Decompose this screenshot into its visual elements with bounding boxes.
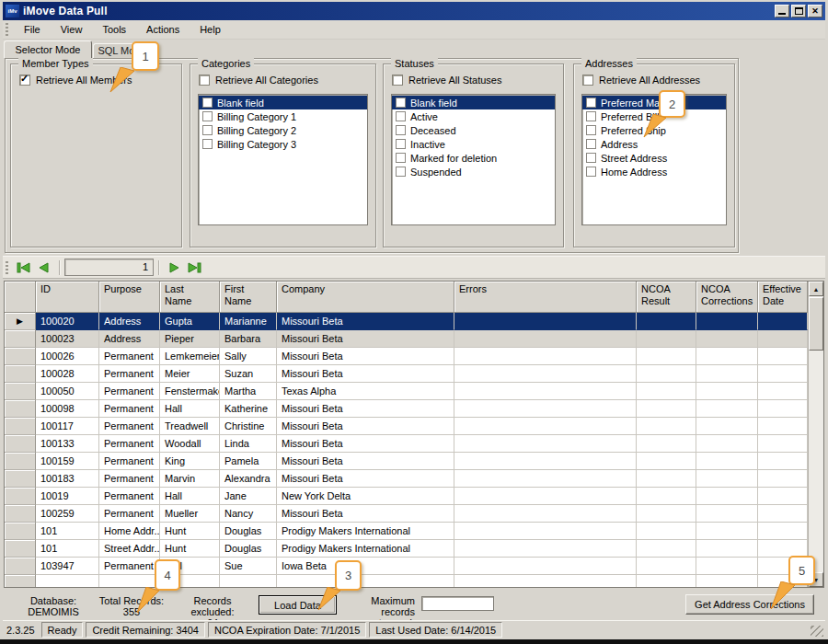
table-cell[interactable]: Pieper (160, 330, 220, 348)
retrieve-all-statuses-checkbox[interactable]: Retrieve All Statuses (392, 75, 502, 86)
table-cell[interactable]: Permanent (99, 558, 160, 575)
column-header[interactable]: Purpose (99, 282, 160, 313)
table-cell[interactable] (696, 575, 758, 588)
table-cell[interactable] (637, 575, 696, 588)
table-row[interactable]: 100028PermanentMeierSuzanMissouri Beta (5, 365, 823, 383)
table-cell[interactable]: Martha (220, 383, 277, 400)
table-cell[interactable]: 100183 (36, 470, 99, 488)
table-cell[interactable]: Permanent (99, 488, 160, 505)
list-item[interactable]: Billing Category 1 (199, 109, 367, 123)
table-row[interactable] (5, 575, 823, 588)
table-cell[interactable] (758, 400, 808, 418)
table-cell[interactable]: Street Addr... (99, 540, 160, 558)
table-cell[interactable] (637, 348, 696, 365)
scrollbar-thumb[interactable] (809, 297, 823, 351)
row-selector[interactable] (5, 488, 36, 505)
table-row[interactable]: ▶100020AddressGuptaMarianneMissouri Beta (5, 313, 823, 330)
table-cell[interactable]: Barbara (220, 330, 277, 348)
table-cell[interactable]: Missouri Beta (277, 365, 454, 383)
table-cell[interactable]: Pamela (220, 453, 277, 470)
table-cell[interactable] (758, 523, 808, 540)
table-cell[interactable] (758, 313, 808, 330)
column-header[interactable]: First Name (220, 282, 277, 313)
table-cell[interactable] (454, 575, 637, 588)
table-row[interactable]: 100023AddressPieperBarbaraMissouri Beta (5, 330, 823, 348)
table-cell[interactable] (696, 313, 758, 330)
table-cell[interactable] (758, 383, 808, 400)
row-selector[interactable] (5, 435, 36, 453)
column-header[interactable]: Errors (454, 282, 637, 313)
table-cell[interactable] (277, 575, 454, 588)
table-cell[interactable] (454, 330, 637, 348)
table-cell[interactable] (696, 435, 758, 453)
table-row[interactable]: 101Street Addr...HuntDouglasProdigy Make… (5, 540, 823, 558)
table-cell[interactable]: Missouri Beta (277, 330, 454, 348)
table-cell[interactable]: Permanent (99, 400, 160, 418)
table-cell[interactable]: 100023 (36, 330, 99, 348)
table-cell[interactable]: Permanent (99, 453, 160, 470)
tab-selector-mode[interactable]: Selector Mode (4, 40, 92, 58)
row-selector[interactable] (5, 383, 36, 400)
minimize-button[interactable] (775, 5, 789, 17)
table-cell[interactable] (696, 453, 758, 470)
row-selector[interactable] (5, 558, 36, 575)
row-selector[interactable]: ▶ (5, 313, 36, 330)
list-item[interactable]: Blank field (392, 96, 555, 109)
table-cell[interactable] (758, 470, 808, 488)
row-selector[interactable] (5, 575, 36, 588)
table-cell[interactable]: Alexandra (220, 470, 277, 488)
retrieve-all-addresses-checkbox[interactable]: Retrieve All Addresses (582, 75, 700, 86)
table-cell[interactable]: Missouri Beta (277, 470, 454, 488)
table-cell[interactable]: Permanent (99, 470, 160, 488)
row-selector[interactable] (5, 505, 36, 523)
column-header[interactable]: NCOA Result (637, 282, 696, 313)
table-cell[interactable]: Marianne (220, 313, 277, 330)
vertical-scrollbar[interactable]: ▲ ▼ (808, 282, 823, 587)
table-cell[interactable] (696, 365, 758, 383)
table-cell[interactable] (454, 540, 637, 558)
table-cell[interactable] (637, 453, 696, 470)
table-cell[interactable] (696, 558, 758, 575)
table-cell[interactable] (637, 435, 696, 453)
list-item[interactable]: Street Address (582, 151, 726, 165)
table-cell[interactable]: 100259 (36, 505, 99, 523)
table-row[interactable]: 100159PermanentKingPamelaMissouri Beta (5, 453, 823, 470)
table-cell[interactable] (637, 488, 696, 505)
table-cell[interactable]: Address (99, 313, 160, 330)
table-cell[interactable]: Sue (220, 558, 277, 575)
column-header[interactable]: Effective Date (758, 282, 808, 313)
column-header[interactable]: Company (277, 282, 454, 313)
list-item[interactable]: Inactive (392, 137, 555, 151)
table-cell[interactable]: Jane (220, 488, 277, 505)
table-cell[interactable]: Missouri Beta (277, 435, 454, 453)
table-cell[interactable] (454, 505, 637, 523)
previous-record-button[interactable] (34, 258, 54, 277)
table-cell[interactable] (696, 418, 758, 435)
table-cell[interactable]: Treadwell (160, 418, 220, 435)
table-cell[interactable]: 100098 (36, 400, 99, 418)
table-cell[interactable]: Missouri Beta (277, 313, 454, 330)
table-cell[interactable]: New York Delta (277, 488, 454, 505)
list-item[interactable]: Marked for deletion (392, 151, 555, 165)
table-cell[interactable]: Missouri Beta (277, 453, 454, 470)
table-cell[interactable]: Sally (220, 348, 277, 365)
list-item[interactable]: Active (392, 109, 555, 123)
table-row[interactable]: 10019PermanentHallJaneNew York Delta (5, 488, 823, 505)
menu-tools[interactable]: Tools (92, 21, 136, 38)
table-cell[interactable]: 101 (36, 523, 99, 540)
row-selector[interactable] (5, 330, 36, 348)
table-cell[interactable]: Permanent (99, 435, 160, 453)
table-cell[interactable]: Douglas (220, 523, 277, 540)
table-cell[interactable] (454, 435, 637, 453)
table-cell[interactable]: Woodall (160, 435, 220, 453)
table-cell[interactable] (454, 453, 637, 470)
table-cell[interactable]: Hunt (160, 523, 220, 540)
table-cell[interactable]: Christine (220, 418, 277, 435)
table-cell[interactable]: Hunt (160, 540, 220, 558)
table-cell[interactable] (454, 488, 637, 505)
close-button[interactable]: ✕ (808, 5, 822, 17)
column-header[interactable]: Last Name (160, 282, 220, 313)
table-cell[interactable] (696, 400, 758, 418)
table-cell[interactable] (637, 418, 696, 435)
table-cell[interactable] (758, 453, 808, 470)
